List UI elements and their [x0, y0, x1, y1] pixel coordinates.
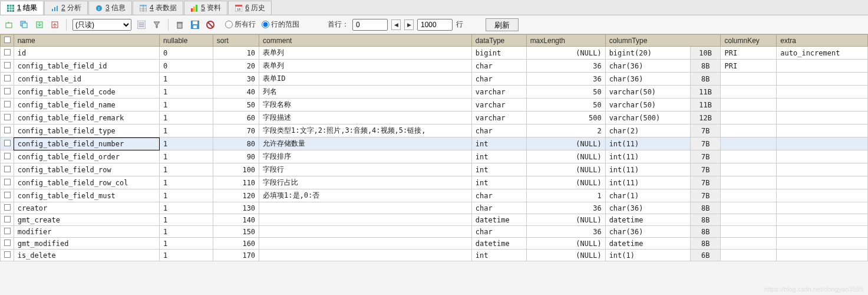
cell-extra[interactable]: auto_increment	[777, 47, 868, 60]
cell-nullable[interactable]: 1	[160, 189, 213, 202]
cell-name[interactable]: is_delete	[14, 250, 159, 261]
add-row-icon[interactable]: +	[4, 19, 14, 30]
cell-name[interactable]: modifier	[14, 226, 159, 238]
cell-sort[interactable]: 80	[213, 137, 259, 150]
cell-columntype[interactable]: char(2)	[605, 124, 690, 137]
cell-datatype[interactable]: char	[471, 189, 526, 202]
col-maxlength[interactable]: maxLength	[526, 35, 605, 47]
cell-sort[interactable]: 140	[213, 214, 259, 226]
cell-name[interactable]: config_table_id	[14, 73, 159, 86]
cell-maxlength[interactable]: (NULL)	[526, 176, 605, 189]
cell-extra[interactable]	[777, 137, 868, 150]
cell-ctsize[interactable]: 8B	[690, 214, 721, 226]
table-row[interactable]: creator1130char36char(36)8B	[1, 202, 868, 214]
row-checkbox[interactable]	[1, 214, 14, 226]
cell-ctsize[interactable]: 7B	[690, 124, 721, 137]
cell-comment[interactable]: 字段描述	[259, 112, 472, 124]
cancel-icon[interactable]	[205, 19, 216, 30]
cell-sort[interactable]: 100	[213, 163, 259, 176]
cell-nullable[interactable]: 1	[160, 99, 213, 112]
cell-columnkey[interactable]	[721, 86, 777, 99]
cell-extra[interactable]	[777, 226, 868, 238]
delete-icon[interactable]	[174, 19, 185, 30]
cell-datatype[interactable]: int	[471, 163, 526, 176]
cell-extra[interactable]	[777, 163, 868, 176]
cell-datatype[interactable]: varchar	[471, 112, 526, 124]
col-datatype[interactable]: dataType	[471, 35, 526, 47]
row-checkbox[interactable]	[1, 124, 14, 137]
cell-sort[interactable]: 70	[213, 124, 259, 137]
cell-datatype[interactable]: int	[471, 150, 526, 163]
cell-name[interactable]: gmt_create	[14, 214, 159, 226]
cell-maxlength[interactable]: 50	[526, 99, 605, 112]
cell-columnkey[interactable]	[721, 73, 777, 86]
cell-sort[interactable]: 20	[213, 60, 259, 73]
row-checkbox[interactable]	[1, 99, 14, 112]
cell-name[interactable]: creator	[14, 202, 159, 214]
cell-maxlength[interactable]: (NULL)	[526, 163, 605, 176]
cell-ctsize[interactable]: 8B	[690, 238, 721, 250]
cell-datatype[interactable]: varchar	[471, 86, 526, 99]
cell-columntype[interactable]: int(11)	[605, 137, 690, 150]
cell-maxlength[interactable]: 2	[526, 124, 605, 137]
col-nullable[interactable]: nullable	[160, 35, 213, 47]
cell-extra[interactable]	[777, 73, 868, 86]
cell-datatype[interactable]: bigint	[471, 47, 526, 60]
row-checkbox[interactable]	[1, 73, 14, 86]
tab-tabledata[interactable]: 4 表数据	[133, 1, 183, 15]
cell-nullable[interactable]: 1	[160, 124, 213, 137]
cell-columntype[interactable]: int(11)	[605, 163, 690, 176]
cell-ctsize[interactable]: 12B	[690, 112, 721, 124]
cell-columntype[interactable]: varchar(50)	[605, 99, 690, 112]
cell-columntype[interactable]: int(11)	[605, 150, 690, 163]
cell-nullable[interactable]: 1	[160, 176, 213, 189]
cell-columntype[interactable]: char(36)	[605, 202, 690, 214]
cell-extra[interactable]	[777, 238, 868, 250]
col-columntype[interactable]: columnType	[605, 35, 721, 47]
cell-comment[interactable]: 列名	[259, 86, 472, 99]
cell-nullable[interactable]: 1	[160, 202, 213, 214]
cell-nullable[interactable]: 1	[160, 250, 213, 261]
cell-datatype[interactable]: char	[471, 124, 526, 137]
table-row[interactable]: config_table_field_remark160字段描述varchar5…	[1, 112, 868, 124]
col-sort[interactable]: sort	[213, 35, 259, 47]
cell-maxlength[interactable]: 1	[526, 189, 605, 202]
cell-name[interactable]: config_table_field_name	[14, 99, 159, 112]
cell-extra[interactable]	[777, 150, 868, 163]
cell-extra[interactable]	[777, 202, 868, 214]
row-checkbox[interactable]	[1, 176, 14, 189]
cell-columnkey[interactable]	[721, 238, 777, 250]
first-row-input[interactable]	[352, 19, 388, 31]
cell-columnkey[interactable]	[721, 202, 777, 214]
cell-datatype[interactable]: int	[471, 250, 526, 261]
cell-datatype[interactable]: char	[471, 60, 526, 73]
cell-columntype[interactable]: int(1)	[605, 250, 690, 261]
cell-maxlength[interactable]: 36	[526, 60, 605, 73]
cell-columnkey[interactable]	[721, 214, 777, 226]
table-row[interactable]: config_table_field_row_col1110字段行占比int(N…	[1, 176, 868, 189]
cell-comment[interactable]: 允许存储数量	[259, 137, 472, 150]
cell-columnkey[interactable]	[721, 150, 777, 163]
cell-maxlength[interactable]: 36	[526, 73, 605, 86]
cell-nullable[interactable]: 1	[160, 238, 213, 250]
table-row[interactable]: is_delete1170int(NULL)int(1)6B	[1, 250, 868, 261]
cell-maxlength[interactable]: 500	[526, 112, 605, 124]
next-page-button[interactable]: ▶	[404, 19, 414, 30]
cell-extra[interactable]	[777, 189, 868, 202]
cell-columnkey[interactable]	[721, 226, 777, 238]
cell-ctsize[interactable]: 8B	[690, 202, 721, 214]
col-comment[interactable]: comment	[259, 35, 472, 47]
cell-comment[interactable]: 表单列	[259, 47, 472, 60]
cell-sort[interactable]: 10	[213, 47, 259, 60]
cell-maxlength[interactable]: (NULL)	[526, 238, 605, 250]
cell-extra[interactable]	[777, 86, 868, 99]
cell-columntype[interactable]: char(36)	[605, 60, 690, 73]
col-columnkey[interactable]: columnKey	[721, 35, 777, 47]
cell-sort[interactable]: 90	[213, 150, 259, 163]
cell-sort[interactable]: 50	[213, 99, 259, 112]
cell-ctsize[interactable]: 10B	[690, 47, 721, 60]
cell-nullable[interactable]: 1	[160, 137, 213, 150]
form-view-icon[interactable]	[136, 19, 147, 30]
cell-ctsize[interactable]: 7B	[690, 176, 721, 189]
cell-datatype[interactable]: datetime	[471, 214, 526, 226]
